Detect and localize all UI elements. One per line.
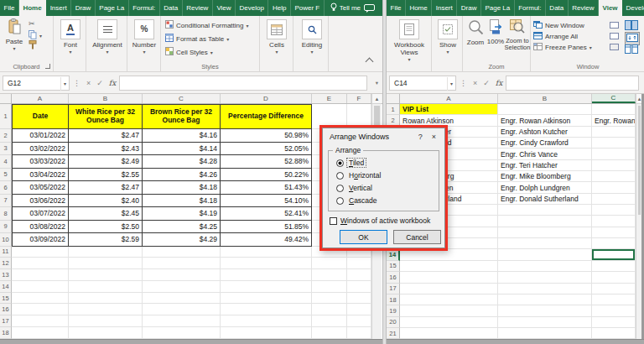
row-header[interactable]: 18 bbox=[0, 327, 12, 339]
tell-me[interactable]: Tell me bbox=[330, 0, 361, 16]
unhide-icon[interactable] bbox=[610, 44, 619, 50]
cell[interactable]: Engr. Chris Vance bbox=[498, 149, 592, 159]
comment-icon[interactable] bbox=[364, 0, 375, 16]
cell[interactable] bbox=[592, 160, 636, 171]
font-group-button[interactable]: A Font ▾ bbox=[60, 19, 81, 55]
cell[interactable] bbox=[592, 249, 636, 260]
cell[interactable] bbox=[592, 305, 636, 316]
cell[interactable] bbox=[312, 258, 347, 269]
cell[interactable] bbox=[498, 272, 592, 283]
cell[interactable]: $2.49 bbox=[69, 155, 143, 169]
cell[interactable]: $2.50 bbox=[69, 221, 143, 234]
cell[interactable] bbox=[143, 315, 221, 327]
cell[interactable]: 49.42% bbox=[221, 233, 312, 247]
view-side-by-side-icon[interactable] bbox=[625, 20, 638, 32]
name-box-dropdown-icon[interactable]: ▾ bbox=[447, 77, 455, 91]
cell[interactable]: 03/09/2022 bbox=[12, 233, 69, 247]
row-header[interactable]: 14 bbox=[0, 281, 12, 293]
cell[interactable] bbox=[400, 249, 498, 260]
cell[interactable] bbox=[592, 328, 636, 339]
clipboard-dialog-launcher-icon[interactable] bbox=[45, 64, 50, 69]
select-all-corner[interactable] bbox=[0, 94, 12, 103]
cell[interactable] bbox=[592, 261, 636, 272]
cell[interactable] bbox=[312, 281, 347, 293]
cell[interactable]: 03/08/2022 bbox=[12, 221, 69, 234]
row-header[interactable]: 16 bbox=[387, 272, 400, 283]
cell[interactable]: 52.41% bbox=[221, 207, 312, 221]
cell[interactable] bbox=[498, 305, 592, 316]
row-header[interactable]: 5 bbox=[0, 169, 12, 182]
cell[interactable]: $4.18 bbox=[143, 181, 221, 195]
cell[interactable]: Engr. Mike Bloomberg bbox=[498, 171, 592, 182]
cell[interactable] bbox=[347, 293, 371, 305]
cell[interactable] bbox=[347, 281, 371, 293]
cell[interactable]: Percentage Difference bbox=[221, 104, 312, 129]
tab-draw[interactable]: Draw bbox=[457, 0, 481, 16]
cell[interactable] bbox=[347, 269, 371, 281]
editing-group-button[interactable]: Editing ▾ bbox=[300, 19, 324, 55]
cell[interactable]: Engr. Donald Sutherland bbox=[498, 194, 592, 205]
cell[interactable]: $4.18 bbox=[143, 195, 221, 208]
scroll-up-icon[interactable]: ▲ bbox=[372, 94, 382, 104]
name-box-dropdown-icon[interactable]: ▾ bbox=[60, 77, 69, 91]
cell[interactable] bbox=[498, 328, 592, 339]
cell[interactable]: 03/02/2022 bbox=[12, 143, 69, 156]
cell[interactable] bbox=[400, 328, 498, 339]
cell[interactable]: $4.25 bbox=[143, 221, 221, 234]
zoom-button[interactable]: Zoom bbox=[465, 19, 486, 46]
column-header[interactable]: B bbox=[498, 94, 592, 103]
close-icon[interactable]: × bbox=[430, 133, 444, 141]
name-box[interactable]: C14 ▾ bbox=[389, 76, 456, 91]
column-header[interactable]: A bbox=[12, 94, 69, 103]
formula-cancel-icon[interactable]: × bbox=[473, 79, 477, 87]
zoom-to-selection-button[interactable]: Zoom to Selection bbox=[505, 19, 530, 52]
cell[interactable]: 03/06/2022 bbox=[12, 195, 69, 208]
tab-draw[interactable]: Draw bbox=[71, 0, 96, 16]
cell[interactable]: $4.28 bbox=[143, 155, 221, 169]
row-header[interactable]: 7 bbox=[0, 195, 12, 208]
help-button[interactable]: ? bbox=[411, 133, 430, 141]
row-header[interactable]: 13 bbox=[0, 269, 12, 281]
cell[interactable] bbox=[498, 249, 592, 260]
cell[interactable]: $4.29 bbox=[143, 233, 221, 247]
row-header[interactable]: 17 bbox=[387, 284, 400, 294]
reset-window-position-icon[interactable] bbox=[625, 44, 638, 55]
cell[interactable] bbox=[69, 269, 143, 281]
cell[interactable] bbox=[592, 127, 636, 138]
cell[interactable] bbox=[312, 304, 347, 315]
hide-icon[interactable] bbox=[610, 33, 619, 39]
synchronous-scrolling-icon[interactable] bbox=[625, 32, 640, 45]
cell[interactable] bbox=[592, 171, 636, 182]
ok-button[interactable]: OK bbox=[340, 230, 387, 244]
cell[interactable] bbox=[143, 304, 221, 315]
insert-function-icon[interactable]: fx bbox=[109, 79, 116, 87]
conditional-formatting-button[interactable]: Conditional Formatting ▾ bbox=[165, 20, 249, 30]
cell[interactable] bbox=[400, 305, 498, 316]
cell-styles-button[interactable]: Cell Styles ▾ bbox=[165, 47, 213, 57]
tab-formulas[interactable]: Formul: bbox=[515, 0, 546, 16]
tab-review[interactable]: Review bbox=[569, 0, 599, 16]
column-header[interactable]: B bbox=[69, 94, 143, 103]
cell[interactable]: $2.55 bbox=[69, 169, 143, 182]
cell[interactable]: Engr. Teri Hatcher bbox=[498, 160, 592, 171]
tab-developer[interactable]: Develop bbox=[236, 0, 268, 16]
cell[interactable] bbox=[400, 272, 498, 283]
tab-insert[interactable]: Insert bbox=[46, 0, 71, 16]
cell[interactable] bbox=[592, 238, 636, 249]
cell[interactable] bbox=[69, 258, 143, 269]
scrollbar-thumb[interactable] bbox=[638, 106, 641, 215]
tab-help[interactable]: Help bbox=[268, 0, 290, 16]
cell[interactable] bbox=[592, 227, 636, 238]
column-header[interactable]: C bbox=[143, 94, 221, 103]
cell[interactable] bbox=[347, 258, 371, 269]
cell[interactable]: Engr. Cindy Crawford bbox=[498, 138, 592, 149]
format-painter-button[interactable] bbox=[29, 40, 37, 51]
column-header[interactable]: A bbox=[400, 94, 498, 103]
cell[interactable] bbox=[347, 304, 371, 315]
cell[interactable]: 52.88% bbox=[221, 155, 312, 169]
cell[interactable] bbox=[498, 216, 592, 227]
cell[interactable] bbox=[498, 317, 592, 328]
cell[interactable]: $2.47 bbox=[69, 181, 143, 195]
cell[interactable] bbox=[12, 281, 69, 293]
cell[interactable] bbox=[221, 247, 312, 258]
